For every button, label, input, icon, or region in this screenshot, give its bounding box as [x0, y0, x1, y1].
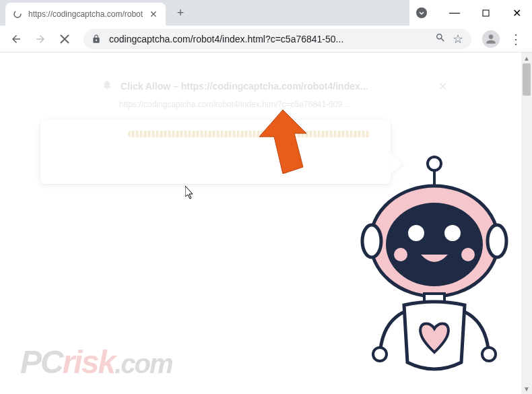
watermark-risk: risk	[63, 344, 114, 380]
svg-point-15	[482, 348, 496, 361]
minimize-button[interactable]: —	[439, 3, 470, 23]
browser-toolbar: codingcaptcha.com/robot4/index.html?c=c5…	[0, 26, 532, 53]
browser-tab[interactable]: https://codingcaptcha.com/robot ✕	[5, 3, 166, 26]
svg-point-9	[408, 225, 424, 241]
omnibox-actions: ☆	[435, 32, 463, 46]
mouse-cursor-icon	[185, 186, 196, 204]
watermark-com: .com	[114, 349, 172, 379]
vertical-scrollbar[interactable]: ▲ ▼	[521, 53, 532, 394]
lock-icon	[92, 34, 102, 44]
tab-close-button[interactable]: ✕	[148, 9, 159, 20]
page-content: Click Allow – https://codingcaptcha.com/…	[0, 53, 532, 394]
scrollbar-down-arrow-icon[interactable]: ▼	[521, 383, 532, 394]
profile-avatar[interactable]	[482, 30, 500, 48]
bookmark-star-icon[interactable]: ☆	[453, 32, 463, 46]
svg-point-0	[14, 11, 21, 18]
svg-point-12	[461, 248, 475, 261]
svg-point-3	[428, 157, 441, 170]
watermark-pc: PC	[20, 344, 63, 380]
scrollbar-thumb[interactable]	[523, 63, 531, 96]
close-window-button[interactable]: ✕	[501, 3, 532, 23]
svg-point-11	[394, 248, 407, 261]
new-tab-button[interactable]: +	[171, 3, 190, 22]
svg-rect-2	[483, 10, 489, 16]
url-text: codingcaptcha.com/robot4/index.html?c=c5…	[109, 34, 435, 44]
bell-icon	[102, 79, 112, 93]
robot-illustration	[357, 154, 512, 383]
svg-point-1	[416, 7, 427, 18]
tabs-region: https://codingcaptcha.com/robot ✕ +	[0, 0, 409, 26]
popup-close-icon: ✕	[438, 80, 447, 93]
back-button[interactable]	[5, 28, 27, 50]
window-controls: — ✕	[409, 0, 532, 26]
tab-title: https://codingcaptcha.com/robot	[28, 9, 143, 19]
svg-point-6	[362, 225, 381, 257]
tab-search-button[interactable]	[409, 3, 434, 23]
svg-point-14	[373, 348, 387, 361]
scrollbar-up-arrow-icon[interactable]: ▲	[521, 53, 532, 63]
popup-title: Click Allow – https://codingcaptcha.com/…	[121, 81, 430, 92]
address-bar[interactable]: codingcaptcha.com/robot4/index.html?c=c5…	[84, 29, 471, 49]
popup-url: https://codingcaptcha.com/robot4/index.h…	[91, 100, 458, 109]
annotation-arrow-icon	[259, 110, 313, 176]
svg-point-10	[444, 225, 461, 241]
forward-button[interactable]	[30, 28, 51, 50]
window-titlebar: https://codingcaptcha.com/robot ✕ + — ✕	[0, 0, 532, 26]
chrome-menu-button[interactable]: ⋮	[505, 28, 527, 50]
tab-favicon-spinner-icon	[12, 9, 23, 20]
zoom-icon[interactable]	[435, 32, 446, 45]
svg-point-7	[488, 225, 506, 257]
maximize-button[interactable]	[470, 3, 501, 23]
stop-reload-button[interactable]	[54, 28, 75, 50]
speech-bubble-decoration	[128, 131, 370, 137]
watermark: PCrisk.com	[20, 343, 172, 381]
speech-bubble	[40, 120, 391, 184]
svg-point-8	[386, 203, 483, 286]
